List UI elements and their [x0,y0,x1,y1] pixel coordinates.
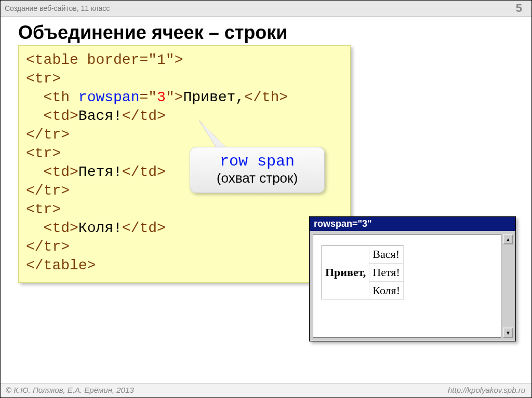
window-content: Привет, Вася! Петя! Коля! [313,234,501,338]
table-cell: Коля! [369,282,404,300]
code-text: Привет, [183,89,244,105]
copyright: © К.Ю. Поляков, Е.А. Ерёмин, 2013 [6,386,134,394]
course-name: Создание веб-сайтов, 11 класс [5,4,110,12]
callout-text: (охват строк) [198,170,316,186]
callout-code: row span [198,153,316,170]
code-line: <table border="1"> [26,52,183,68]
code-line: "> [166,89,183,105]
scrollbar[interactable]: ▲ ▼ [503,234,513,338]
footer: © К.Ю. Поляков, Е.А. Ерёмин, 2013 http:/… [1,383,531,397]
code-line: <tr> [26,145,61,161]
code-line: </td> [122,220,166,236]
slide: Создание веб-сайтов, 11 класс 5 Объедине… [0,0,532,398]
code-line: <td> [26,164,78,180]
code-value: 3 [157,89,166,105]
code-attr: rowspan [78,89,140,105]
page-title: Объединение ячеек – строки [18,22,531,44]
scroll-down-icon[interactable]: ▼ [503,327,513,338]
scroll-up-icon[interactable]: ▲ [503,234,513,244]
code-line: <td> [26,220,78,236]
table-row: Привет, Вася! [322,245,404,264]
table-cell: Петя! [369,264,404,282]
code-line: <tr> [26,201,61,217]
code-text: Коля! [78,220,122,236]
footer-url: http://kpolyakov.spb.ru [448,386,525,394]
code-line: </tr> [26,183,70,199]
code-text: Петя! [78,164,122,180]
code-line: </td> [122,108,166,124]
code-text: Вася! [78,108,122,124]
svg-marker-0 [199,120,228,149]
code-line: <tr> [26,71,61,87]
code-line: <th [26,89,78,105]
code-line: =" [139,89,157,105]
table-header: Привет, [322,245,369,300]
callout: row span (охват строк) [190,147,325,193]
window-titlebar: rowspan="3" [310,217,515,231]
code-line: </tr> [26,127,70,143]
table-cell: Вася! [369,245,404,264]
browser-window: rowspan="3" Привет, Вася! Петя! Коля! [309,216,516,341]
header-bar: Создание веб-сайтов, 11 класс 5 [1,1,531,17]
page-number: 5 [516,2,525,15]
code-line: </td> [122,164,166,180]
demo-table: Привет, Вася! Петя! Коля! [322,245,404,300]
code-line: </tr> [26,239,70,255]
window-body: Привет, Вася! Петя! Коля! ▲ ▼ [310,231,515,341]
code-line: </table> [26,257,96,273]
code-line: <td> [26,108,78,124]
code-line: </th> [244,89,288,105]
